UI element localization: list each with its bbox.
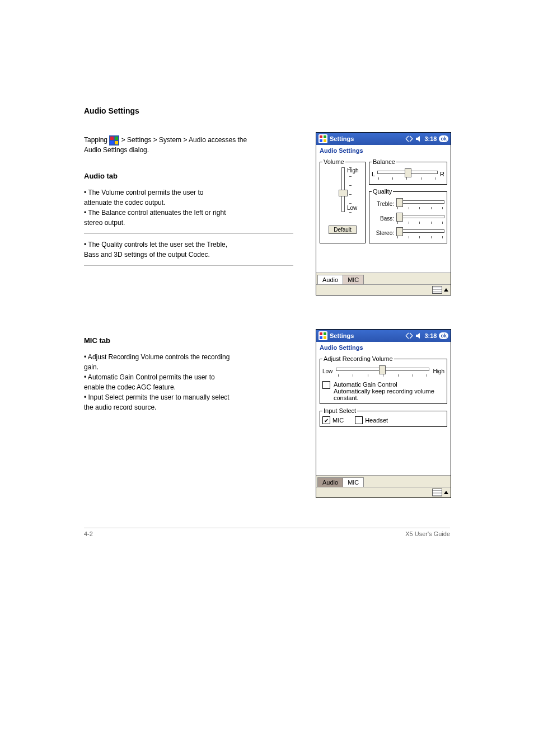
- headset-label: Headset: [365, 417, 388, 424]
- svg-rect-11: [320, 332, 322, 335]
- svg-rect-6: [320, 135, 322, 138]
- title-text: Settings: [330, 332, 403, 339]
- volume-low-label: Low: [347, 205, 357, 211]
- svg-rect-3: [110, 141, 114, 144]
- svg-rect-8: [320, 139, 322, 142]
- svg-rect-12: [324, 332, 326, 335]
- ok-button[interactable]: ok: [439, 332, 448, 339]
- svg-rect-13: [320, 336, 322, 339]
- connectivity-icon[interactable]: [405, 332, 413, 339]
- page-number: 4-2: [84, 530, 93, 537]
- mic-checkbox[interactable]: [322, 416, 330, 424]
- svg-rect-7: [324, 135, 326, 138]
- recording-volume-slider[interactable]: [336, 365, 429, 373]
- windows-start-icon: [109, 135, 119, 145]
- svg-rect-2: [115, 137, 118, 140]
- svg-rect-14: [324, 336, 326, 339]
- clock-time: 3:18: [424, 135, 437, 142]
- balance-slider[interactable]: [377, 168, 438, 176]
- sip-arrow-icon[interactable]: [444, 491, 448, 494]
- tab-audio[interactable]: Audio: [317, 275, 343, 284]
- svg-rect-1: [110, 137, 114, 140]
- page-title: Audio Settings: [316, 342, 451, 353]
- intro-text: Tapping > Settings > System > Audio acce…: [84, 135, 293, 155]
- agc-label: Automatic Gain Control: [334, 381, 397, 388]
- tab-audio[interactable]: Audio: [317, 477, 343, 487]
- page-title: Audio Settings: [316, 145, 451, 156]
- mic-tab-heading: MIC tab: [84, 336, 293, 345]
- titlebar: Settings 3:18 ok: [316, 330, 451, 342]
- headset-checkbox[interactable]: [355, 416, 363, 424]
- arv-high-label: High: [433, 368, 444, 374]
- treble-slider[interactable]: [396, 198, 444, 206]
- audio-settings-screenshot: Settings 3:18 ok Audio Settings: [316, 132, 451, 295]
- doc-title: X5 User's Guide: [405, 530, 450, 537]
- ok-button[interactable]: ok: [439, 135, 448, 142]
- bass-slider[interactable]: [396, 213, 444, 220]
- balance-legend: Balance: [372, 158, 396, 165]
- sip-bar: [316, 487, 451, 497]
- sip-arrow-icon[interactable]: [444, 288, 448, 292]
- keyboard-icon[interactable]: [432, 489, 442, 496]
- volume-legend: Volume: [322, 158, 345, 165]
- audio-tab-desc: • The Volume control permits the user to…: [84, 187, 293, 228]
- tab-bar: Audio MIC: [316, 273, 451, 284]
- mic-label: MIC: [332, 417, 344, 424]
- audio-tab-desc-2: • The Quality controls let the user set …: [84, 240, 293, 260]
- stereo-slider[interactable]: [396, 227, 444, 235]
- balance-right-label: R: [440, 171, 444, 177]
- speaker-icon[interactable]: [415, 332, 422, 339]
- divider: [84, 265, 293, 266]
- tab-mic[interactable]: MIC: [343, 275, 364, 284]
- windows-flag-icon: [318, 331, 327, 340]
- keyboard-icon[interactable]: [432, 286, 442, 294]
- titlebar: Settings 3:18 ok: [316, 133, 451, 145]
- mic-settings-screenshot: Settings 3:18 ok Audio Settings Adjust R…: [316, 329, 451, 498]
- svg-rect-9: [324, 139, 326, 142]
- page-footer: 4-2 X5 User's Guide: [84, 528, 450, 537]
- divider: [84, 233, 293, 234]
- svg-rect-4: [115, 141, 118, 144]
- section-heading: Audio Settings: [84, 106, 450, 115]
- tab-bar: Audio MIC: [316, 475, 451, 487]
- connectivity-icon[interactable]: [405, 135, 413, 142]
- default-button[interactable]: Default: [329, 226, 357, 234]
- audio-tab-heading: Audio tab: [84, 172, 293, 180]
- arv-low-label: Low: [322, 368, 332, 374]
- volume-slider[interactable]: [338, 167, 347, 212]
- agc-desc: Automatically keep recording volume cons…: [334, 388, 434, 401]
- agc-checkbox[interactable]: [322, 381, 330, 389]
- treble-label: Treble:: [372, 201, 394, 207]
- clock-time: 3:18: [424, 332, 437, 339]
- arv-legend: Adjust Recording Volume: [322, 355, 394, 362]
- bass-label: Bass:: [372, 215, 394, 222]
- quality-legend: Quality: [372, 188, 393, 195]
- title-text: Settings: [330, 135, 403, 142]
- tab-mic[interactable]: MIC: [343, 477, 364, 487]
- windows-flag-icon: [318, 134, 327, 143]
- mic-tab-desc: • Adjust Recording Volume controls the r…: [84, 352, 293, 412]
- sip-bar: [316, 284, 451, 295]
- balance-left-label: L: [372, 171, 375, 177]
- input-select-legend: Input Select: [322, 407, 357, 414]
- speaker-icon[interactable]: [415, 135, 422, 142]
- stereo-label: Stereo:: [372, 230, 394, 236]
